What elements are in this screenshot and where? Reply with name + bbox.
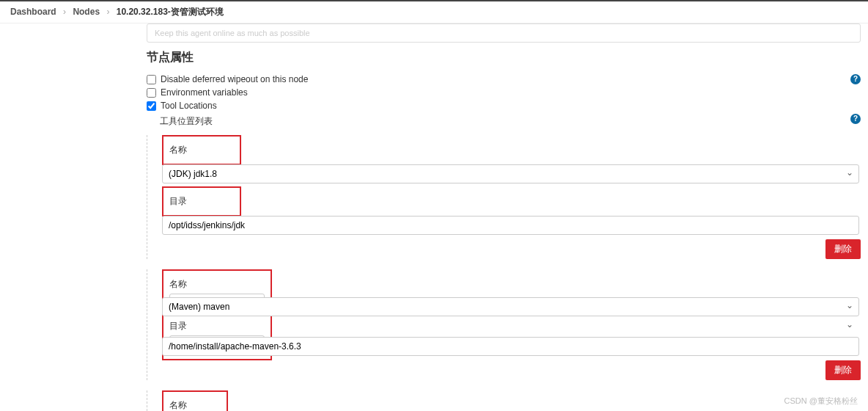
breadcrumb-nodes[interactable]: Nodes — [73, 7, 100, 17]
availability-hint: Keep this agent online as much as possib… — [147, 23, 861, 43]
field-label-name: 名称 — [169, 396, 221, 411]
label-env-vars[interactable]: Environment variables — [161, 87, 248, 98]
tool-list-header: 工具位置列表 — [160, 112, 861, 131]
field-label-name: 名称 — [169, 275, 265, 294]
tool-directory-input[interactable] — [162, 216, 859, 235]
main-content: Keep this agent online as much as possib… — [139, 23, 868, 411]
label-disable-wipeout[interactable]: Disable deferred wipeout on this node — [161, 74, 308, 84]
watermark: CSDN @董安格粉丝 — [784, 396, 858, 407]
label-tool-locations[interactable]: Tool Locations — [161, 101, 217, 111]
field-label-directory: 目录 — [169, 192, 187, 211]
tool-location-entry: 名称 (Git) Default 目录 删除 — [147, 390, 861, 411]
breadcrumb-current: 10.20.32.183-资管测试环境 — [117, 7, 224, 17]
tool-location-entry: 名称 (JDK) jdk1.8 目录 删除 — [147, 135, 861, 259]
tool-location-entry: 名称 (Maven) maven 目录 (Maven) maven — [147, 269, 861, 380]
delete-button[interactable]: 删除 — [825, 360, 861, 380]
top-bar: Dashboard › Nodes › 10.20.32.183-资管测试环境 — [0, 0, 868, 23]
breadcrumb-dashboard[interactable]: Dashboard — [10, 7, 56, 17]
help-icon[interactable]: ? — [850, 74, 861, 84]
checkbox-tool-locations[interactable] — [147, 101, 156, 111]
chevron-right-icon: › — [63, 7, 66, 17]
chevron-right-icon: › — [106, 7, 109, 17]
checkbox-env-vars[interactable] — [147, 88, 156, 98]
section-title-node-properties: 节点属性 — [147, 50, 861, 65]
tool-name-select[interactable]: (JDK) jdk1.8 — [162, 164, 859, 183]
tool-name-select-full[interactable]: (Maven) maven — [162, 297, 859, 316]
help-icon[interactable]: ? — [850, 114, 861, 124]
field-label-name: 名称 — [169, 141, 187, 159]
tool-directory-input[interactable] — [162, 337, 859, 356]
checkbox-disable-wipeout[interactable] — [147, 75, 156, 84]
delete-button[interactable]: 删除 — [825, 239, 861, 259]
field-label-directory: 目录 — [169, 317, 265, 335]
breadcrumb: Dashboard › Nodes › 10.20.32.183-资管测试环境 — [0, 1, 868, 23]
